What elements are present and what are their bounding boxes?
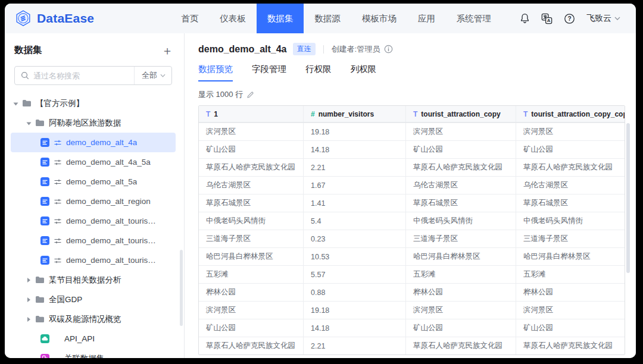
tree-item-API_API[interactable]: API_API xyxy=(11,329,176,349)
text-field-icon: T xyxy=(523,110,527,118)
caret-right-icon[interactable] xyxy=(27,278,30,283)
info-icon[interactable] xyxy=(384,45,393,54)
sidebar-scrollbar[interactable] xyxy=(180,250,183,326)
column-header-number_visitors[interactable]: #number_visitors xyxy=(303,106,405,122)
table-cell: 哈巴河县白桦林景区 xyxy=(405,248,516,265)
tab-行权限[interactable]: 行权限 xyxy=(305,64,332,81)
tree-item-label: 阿勒泰地区旅游数据 xyxy=(49,118,121,128)
dataset-glyph xyxy=(40,158,49,167)
table-cell: 滨河景区 xyxy=(199,123,303,140)
top-navbar: DataEase 首页仪表板数据集数据源模板市场应用系统管理 A ? 飞致云 xyxy=(5,4,636,33)
column-header-1[interactable]: T1 xyxy=(199,106,303,122)
table-row: 滨河景区19.18滨河景区滨河景区 xyxy=(199,123,625,140)
tree-item-全国GDP[interactable]: 全国GDP xyxy=(11,290,176,309)
column-header-tourist_attraction_copy_copy[interactable]: Ttourist_attraction_copy_copy xyxy=(516,106,625,122)
table-cell: 草原石城景区 xyxy=(516,194,625,212)
nav-item-首页[interactable]: 首页 xyxy=(170,4,209,33)
tree-item-关联数据集[interactable]: 关联数据集 xyxy=(11,349,176,358)
table-cell: 2.21 xyxy=(303,337,405,354)
filter-type-value: 全部 xyxy=(142,70,157,81)
dataset-icon xyxy=(40,236,49,245)
add-dataset-button[interactable]: ＋ xyxy=(161,46,173,55)
table-cell: 矿山公园 xyxy=(199,319,303,337)
tree-item-label: demo_demo_alt_5a xyxy=(66,177,137,186)
tab-列权限[interactable]: 列权限 xyxy=(351,64,377,81)
table-cell: 中俄老码头风情街 xyxy=(405,212,516,230)
tab-数据预览[interactable]: 数据预览 xyxy=(198,64,233,81)
notification-bell-icon[interactable] xyxy=(520,13,530,24)
nav-item-应用[interactable]: 应用 xyxy=(407,4,446,33)
tree-item-label: demo_demo_alt_touris… xyxy=(66,216,156,225)
tree-item-demo_demo_alt_touris…[interactable]: demo_demo_alt_touris… xyxy=(11,250,176,270)
search-icon xyxy=(21,71,29,80)
table-cell: 乌伦古湖景区 xyxy=(199,177,303,194)
text-field-icon: T xyxy=(206,110,210,118)
dataset-tabs: 数据预览字段管理行权限列权限 xyxy=(198,64,622,81)
nav-item-模板市场[interactable]: 模板市场 xyxy=(351,4,407,33)
tree-item-demo_demo_alt_4a_5a[interactable]: demo_demo_alt_4a_5a xyxy=(11,152,176,172)
column-header-tourist_attraction_copy[interactable]: Ttourist_attraction_copy xyxy=(405,106,516,122)
tree-item-demo_demo_alt_touris…[interactable]: demo_demo_alt_touris… xyxy=(11,211,176,231)
table-row: 三道海子景区0.23三道海子景区三道海子景区 xyxy=(199,230,625,247)
caret-down-icon[interactable] xyxy=(14,102,18,105)
folder-icon xyxy=(35,315,45,323)
table-cell: 草原石人哈萨克民族文化园 xyxy=(199,159,303,176)
tree-item-demo_demo_alt_4a[interactable]: demo_demo_alt_4a xyxy=(11,133,176,152)
table-row: 中俄老码头风情街5.4中俄老码头风情街中俄老码头风情街 xyxy=(199,212,625,230)
table-cell: 三道海子景区 xyxy=(199,230,303,247)
caret-down-icon[interactable] xyxy=(27,122,32,125)
table-cell: 三道海子景区 xyxy=(405,230,516,247)
folder-icon xyxy=(35,119,45,127)
sliders-glyph xyxy=(54,197,62,206)
tab-字段管理[interactable]: 字段管理 xyxy=(252,64,286,81)
tree-item-阿勒泰地区旅游数据[interactable]: 阿勒泰地区旅游数据 xyxy=(11,113,176,133)
column-header-label: tourist_attraction_copy xyxy=(421,110,500,118)
table-row: 矿山公园14.18矿山公园矿山公园 xyxy=(199,319,625,337)
tree-item-demo_demo_alt_region[interactable]: demo_demo_alt_region xyxy=(11,192,176,211)
sliders-glyph xyxy=(54,158,62,167)
sliders-icon xyxy=(54,158,62,167)
logo[interactable]: DataEase xyxy=(14,10,94,27)
caret-right-icon[interactable] xyxy=(27,317,30,322)
tree-item-label: demo_demo_alt_4a_5a xyxy=(66,158,151,167)
tree-item-某节目相关数据分析[interactable]: 某节目相关数据分析 xyxy=(11,270,176,290)
table-cell: 0.88 xyxy=(303,284,405,301)
column-header-label: tourist_attraction_copy_copy xyxy=(531,110,625,118)
tree-item-label: 【官方示例】 xyxy=(36,98,84,109)
user-menu[interactable]: 飞致云 xyxy=(586,13,620,24)
nav-item-数据源[interactable]: 数据源 xyxy=(304,4,351,33)
translate-icon[interactable]: A xyxy=(541,13,553,24)
column-header-label: 1 xyxy=(214,110,218,118)
caret-right-icon[interactable] xyxy=(27,297,30,302)
table-row: 草原石城景区1.41草原石城景区草原石城景区 xyxy=(199,194,625,212)
table-cell: 滨河景区 xyxy=(516,302,625,319)
table-cell: 滨河景区 xyxy=(405,302,516,319)
table-cell: 滨河景区 xyxy=(199,302,303,319)
sliders-icon xyxy=(54,237,62,245)
tree-item-【官方示例】[interactable]: 【官方示例】 xyxy=(11,93,176,113)
table-cell: 草原石人哈萨克民族文化园 xyxy=(405,337,516,354)
filter-type-select[interactable]: 全部 xyxy=(134,67,171,84)
search-input[interactable] xyxy=(33,71,134,80)
dataset-icon xyxy=(40,158,49,167)
user-name: 飞致云 xyxy=(586,13,611,24)
table-row: 桦林公园0.88桦林公园桦林公园 xyxy=(199,283,625,301)
tree-item-双碳及能源情况概览[interactable]: 双碳及能源情况概览 xyxy=(11,309,176,329)
nav-item-仪表板[interactable]: 仪表板 xyxy=(209,4,257,33)
tree-item-demo_demo_alt_5a[interactable]: demo_demo_alt_5a xyxy=(11,172,176,192)
nav-item-系统管理[interactable]: 系统管理 xyxy=(446,4,502,33)
table-header-row: T1#number_visitorsTtourist_attraction_co… xyxy=(199,106,625,123)
nav-item-数据集[interactable]: 数据集 xyxy=(257,4,304,33)
folder-icon xyxy=(22,99,32,107)
svg-text:?: ? xyxy=(567,15,571,22)
table-row: 哈巴河县白桦林景区10.53哈巴河县白桦林景区哈巴河县白桦林景区 xyxy=(199,247,625,265)
help-icon[interactable]: ? xyxy=(564,13,575,24)
tree-item-label: 关联数据集 xyxy=(64,353,105,359)
dataset-header: demo_demo_alt_4a 直连 创建者:管理员 xyxy=(185,33,636,55)
sliders-icon xyxy=(54,217,62,225)
table-scrollbar[interactable] xyxy=(626,123,630,273)
edit-row-limit-icon[interactable] xyxy=(246,91,254,99)
table-cell: 19.18 xyxy=(303,123,405,140)
tree-item-demo_demo_alt_touris…[interactable]: demo_demo_alt_touris… xyxy=(11,231,176,250)
tree-item-label: 某节目相关数据分析 xyxy=(49,275,121,285)
